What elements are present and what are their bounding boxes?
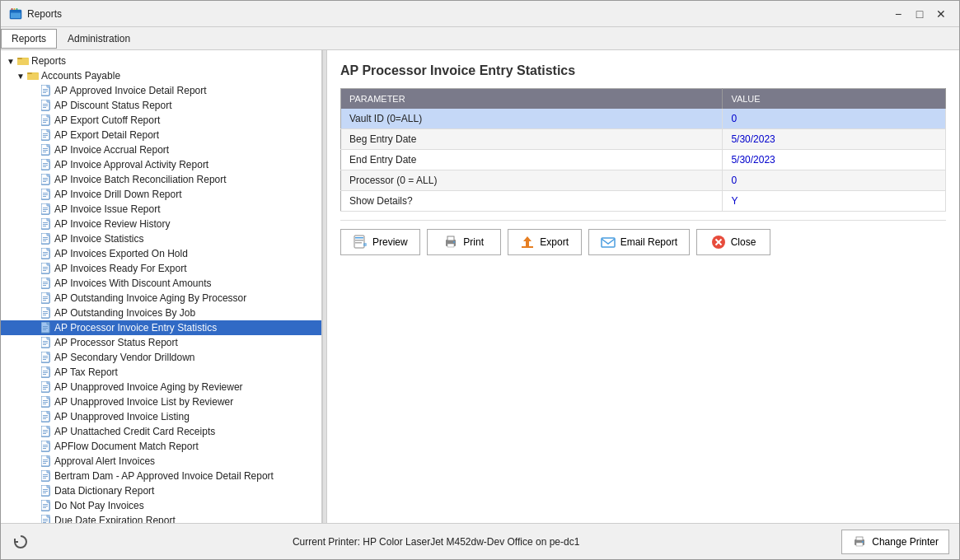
- param-row[interactable]: End Entry Date 5/30/2023: [341, 150, 946, 170]
- window-title: Reports: [27, 8, 888, 20]
- app-icon: [9, 7, 22, 21]
- tree-item[interactable]: AP Invoice Statistics: [1, 231, 321, 246]
- maximize-button[interactable]: □: [910, 6, 930, 22]
- tree-item[interactable]: AP Invoice Drill Down Report: [1, 187, 321, 202]
- svg-rect-103: [43, 418, 46, 419]
- svg-rect-102: [43, 417, 48, 418]
- tree-root-node[interactable]: ▼ Reports: [1, 54, 321, 68]
- tree-item[interactable]: AP Processor Status Report: [1, 335, 321, 350]
- tree-item-label: AP Invoice Issue Report: [54, 203, 161, 215]
- param-row[interactable]: Processor (0 = ALL) 0: [341, 170, 946, 191]
- tree-item[interactable]: AP Outstanding Invoice Aging By Processo…: [1, 291, 321, 306]
- tree-item[interactable]: AP Unattached Credit Card Receipts: [1, 424, 321, 439]
- param-row[interactable]: Vault ID (0=ALL) 0: [341, 109, 946, 129]
- tree-item[interactable]: Data Dictionary Report: [1, 483, 321, 498]
- item-spacer: [27, 99, 40, 112]
- tree-item[interactable]: APFlow Document Match Report: [1, 439, 321, 454]
- svg-rect-90: [43, 372, 48, 373]
- tree-item[interactable]: AP Invoice Approval Activity Report: [1, 157, 321, 172]
- svg-rect-26: [43, 135, 48, 136]
- svg-rect-41: [43, 193, 48, 194]
- svg-rect-143: [355, 242, 362, 244]
- item-spacer: [27, 114, 40, 127]
- email-button[interactable]: Email Report: [588, 229, 690, 255]
- refresh-icon[interactable]: [11, 532, 30, 552]
- svg-rect-67: [43, 285, 46, 286]
- svg-rect-43: [43, 196, 46, 197]
- preview-button[interactable]: Preview: [340, 229, 420, 255]
- item-spacer: [27, 84, 40, 97]
- tree-item[interactable]: AP Export Detail Report: [1, 128, 321, 142]
- change-printer-button[interactable]: Change Printer: [841, 530, 949, 554]
- tree-item[interactable]: Approval Alert Invoices: [1, 454, 321, 469]
- menu-reports[interactable]: Reports: [1, 29, 57, 49]
- svg-rect-113: [43, 460, 48, 460]
- svg-rect-73: [43, 311, 48, 312]
- export-button[interactable]: Export: [508, 229, 582, 255]
- svg-rect-93: [43, 385, 48, 386]
- svg-rect-70: [43, 298, 48, 299]
- ap-label: Accounts Payable: [41, 70, 120, 82]
- tree-item-label: AP Tax Report: [54, 366, 118, 378]
- svg-rect-55: [43, 240, 46, 241]
- tree-item[interactable]: AP Secondary Vendor Drilldown: [1, 350, 321, 365]
- svg-rect-82: [43, 343, 48, 343]
- tree-item[interactable]: AP Invoices With Discount Amounts: [1, 276, 321, 291]
- svg-rect-45: [43, 208, 48, 208]
- accounts-payable-node[interactable]: ▼ Accounts Payable: [1, 68, 321, 83]
- param-value[interactable]: Y: [723, 191, 946, 212]
- preview-icon: [353, 235, 368, 250]
- tree-item[interactable]: AP Invoice Batch Reconciliation Report: [1, 172, 321, 187]
- tree-item-label: AP Invoice Review History: [54, 218, 171, 230]
- item-spacer: [27, 336, 40, 349]
- tree-item[interactable]: AP Invoices Exported On Hold: [1, 246, 321, 261]
- tree-item[interactable]: AP Tax Report: [1, 365, 321, 380]
- tree-item[interactable]: AP Processor Invoice Entry Statistics: [1, 320, 321, 335]
- tree-item-label: APFlow Document Match Report: [54, 441, 199, 452]
- param-row[interactable]: Show Details? Y: [341, 191, 946, 212]
- tree-item[interactable]: AP Invoice Issue Report: [1, 202, 321, 217]
- svg-rect-30: [43, 150, 48, 151]
- close-window-button[interactable]: ✕: [931, 6, 951, 22]
- tree-item[interactable]: AP Unapproved Invoice Listing: [1, 409, 321, 424]
- tree-item[interactable]: AP Discount Status Report: [1, 98, 321, 113]
- param-value[interactable]: 5/30/2023: [723, 129, 946, 150]
- svg-rect-141: [355, 237, 363, 239]
- tree-item-label: AP Outstanding Invoices By Job: [54, 307, 195, 319]
- svg-rect-91: [43, 374, 46, 375]
- tree-item[interactable]: AP Outstanding Invoices By Job: [1, 306, 321, 320]
- tree-item[interactable]: Due Date Expiration Report: [1, 513, 321, 523]
- param-value[interactable]: 0: [723, 170, 946, 191]
- tree-item[interactable]: AP Approved Invoice Detail Report: [1, 83, 321, 98]
- svg-rect-117: [43, 474, 48, 475]
- svg-rect-118: [43, 476, 48, 477]
- tree-item[interactable]: AP Unapproved Invoice Aging by Reviewer: [1, 380, 321, 394]
- svg-rect-147: [447, 244, 454, 247]
- tree-item[interactable]: AP Invoices Ready For Export: [1, 261, 321, 276]
- close-button[interactable]: Close: [696, 229, 770, 255]
- tree-item[interactable]: AP Export Cutoff Report: [1, 113, 321, 128]
- tree-item[interactable]: AP Invoice Accrual Report: [1, 142, 321, 157]
- svg-rect-8: [17, 58, 22, 59]
- item-spacer: [27, 128, 40, 142]
- report-title: AP Processor Invoice Entry Statistics: [340, 63, 946, 78]
- tree-item[interactable]: Bertram Dam - AP Approved Invoice Detail…: [1, 469, 321, 483]
- svg-rect-18: [43, 105, 48, 106]
- file-icon: [40, 144, 52, 156]
- tree-item[interactable]: AP Invoice Review History: [1, 217, 321, 231]
- svg-rect-86: [43, 357, 48, 358]
- svg-rect-53: [43, 237, 48, 238]
- minimize-button[interactable]: −: [888, 6, 908, 22]
- param-value[interactable]: 0: [723, 109, 946, 129]
- tree-item[interactable]: AP Unapproved Invoice List by Reviewer: [1, 394, 321, 409]
- param-value[interactable]: 5/30/2023: [723, 150, 946, 170]
- param-row[interactable]: Beg Entry Date 5/30/2023: [341, 129, 946, 150]
- menu-administration[interactable]: Administration: [57, 29, 141, 49]
- tree-item[interactable]: Do Not Pay Invoices: [1, 498, 321, 513]
- svg-rect-50: [43, 224, 48, 225]
- file-icon: [40, 278, 52, 289]
- file-icon: [40, 455, 52, 467]
- file-icon: [40, 470, 52, 482]
- file-icon: [40, 322, 52, 334]
- print-button[interactable]: Print: [427, 229, 501, 255]
